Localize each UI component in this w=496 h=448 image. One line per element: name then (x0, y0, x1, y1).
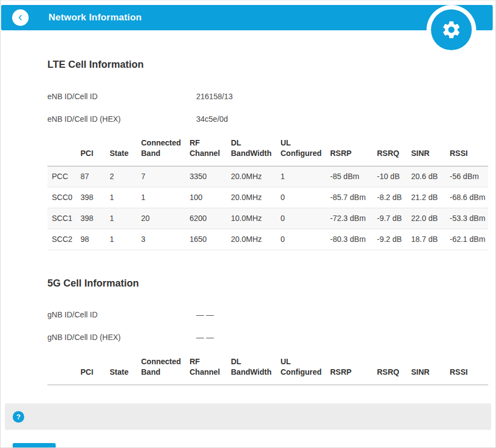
table-cell: PCC (47, 166, 80, 187)
column-header: RSSI (450, 134, 488, 166)
table-cell: 398 (80, 208, 110, 229)
column-header: State (110, 134, 141, 166)
table-cell: -85.7 dBm (330, 187, 377, 208)
column-header: SINR (411, 134, 450, 166)
table-cell: 6200 (190, 208, 231, 229)
main-content: LTE Cell Information eNB ID/Cell ID 2161… (1, 30, 495, 385)
back-button[interactable] (12, 9, 29, 26)
table-cell: -80.3 dBm (330, 229, 377, 250)
table-cell: 98 (80, 229, 110, 250)
table-cell: 0 (281, 229, 330, 250)
gear-icon (441, 19, 462, 40)
column-header: RSRQ (377, 134, 411, 166)
table-cell: 0 (281, 208, 330, 229)
column-header: RSRQ (377, 353, 411, 385)
table-cell: 20.0MHz (231, 166, 281, 187)
table-cell: 1650 (190, 229, 231, 250)
table-header-row: PCIStateConnected BandRF ChannelDL BandW… (47, 134, 488, 166)
lte-section-heading: LTE Cell Information (47, 59, 487, 71)
column-header: DL BandWidth (231, 134, 281, 166)
settings-button-ring (427, 5, 476, 55)
lte-cell-table: PCIStateConnected BandRF ChannelDL BandW… (47, 134, 488, 250)
table-cell: 20.6 dB (411, 166, 450, 187)
table-cell: -85 dBm (330, 166, 377, 187)
column-header: RSSI (450, 353, 488, 385)
column-header: DL BandWidth (231, 353, 281, 385)
table-cell: -10 dB (377, 166, 411, 187)
column-header (47, 134, 80, 166)
table-cell: 398 (80, 187, 110, 208)
column-header: Connected Band (141, 353, 190, 385)
field-row-enb-id: eNB ID/Cell ID 216158/13 (47, 85, 487, 107)
network-information-page: Network Information LTE Cell Information… (0, 0, 496, 448)
table-cell: -8.2 dB (377, 187, 411, 208)
nr-fields: gNB ID/Cell ID — — gNB ID/Cell ID (HEX) … (47, 304, 487, 349)
table-cell: SCC1 (47, 208, 80, 229)
field-value: — — (196, 333, 214, 342)
column-header (47, 353, 80, 385)
table-cell: -72.3 dBm (330, 208, 377, 229)
table-header-row: PCIStateConnected BandRF ChannelDL BandW… (47, 353, 488, 385)
bottom-partial-element (13, 443, 56, 447)
field-row-enb-id-hex: eNB ID/Cell ID (HEX) 34c5e/0d (47, 107, 487, 130)
table-cell: -56 dBm (450, 166, 488, 187)
field-label: eNB ID/Cell ID (47, 92, 196, 101)
table-cell: 1 (110, 229, 141, 250)
column-header: SINR (411, 353, 450, 385)
table-cell: -62.1 dBm (450, 229, 488, 250)
table-cell: 20.0MHz (231, 187, 281, 208)
column-header: RF Channel (190, 353, 231, 385)
table-cell: 20 (141, 208, 190, 229)
nr-section-heading: 5G Cell Information (47, 278, 487, 289)
table-row: SCC03981110020.0MHz0-85.7 dBm-8.2 dB21.2… (47, 187, 488, 208)
table-cell: 87 (80, 166, 110, 187)
chevron-left-icon (16, 13, 25, 22)
field-row-gnb-id: gNB ID/Cell ID — — (47, 304, 487, 326)
table-cell: 22.0 dB (411, 208, 450, 229)
page-title: Network Information (48, 12, 142, 23)
table-cell: 18.7 dB (411, 229, 450, 250)
column-header: State (110, 353, 141, 385)
column-header: UL Configured (281, 353, 330, 385)
table-cell: 20.0MHz (231, 229, 281, 250)
table-row: PCC8727335020.0MHz1-85 dBm-10 dB20.6 dB-… (47, 166, 488, 187)
column-header: PCI (80, 353, 110, 385)
table-cell: 7 (141, 166, 190, 187)
column-header: RSRP (330, 134, 377, 166)
table-cell: 21.2 dB (411, 187, 450, 208)
table-cell: 0 (281, 187, 330, 208)
column-header: PCI (80, 134, 110, 166)
column-header: RF Channel (190, 134, 231, 166)
field-label: gNB ID/Cell ID (47, 310, 196, 319)
table-cell: -9.7 dB (377, 208, 411, 229)
help-button[interactable]: ? (13, 411, 24, 423)
column-header: UL Configured (281, 134, 330, 166)
field-value: 34c5e/0d (196, 115, 228, 123)
table-cell: 1 (110, 187, 141, 208)
table-cell: -9.2 dB (377, 229, 411, 250)
table-cell: 2 (110, 166, 141, 187)
table-row: SCC1398120620010.0MHz0-72.3 dBm-9.7 dB22… (47, 208, 488, 229)
field-label: gNB ID/Cell ID (HEX) (47, 333, 196, 342)
table-cell: 1 (281, 166, 330, 187)
header-bar: Network Information (1, 5, 493, 30)
table-cell: 100 (190, 187, 231, 208)
table-cell: 3 (141, 229, 190, 250)
table-row: SCC29813165020.0MHz0-80.3 dBm-9.2 dB18.7… (47, 229, 488, 250)
table-cell: 3350 (190, 166, 231, 187)
nr-cell-table: PCIStateConnected BandRF ChannelDL BandW… (47, 353, 488, 385)
table-cell: -68.6 dBm (450, 187, 488, 208)
column-header: RSRP (330, 353, 377, 385)
column-header: Connected Band (141, 134, 190, 166)
table-cell: 10.0MHz (231, 208, 281, 229)
table-cell: -53.3 dBm (450, 208, 488, 229)
field-label: eNB ID/Cell ID (HEX) (47, 115, 196, 123)
table-cell: 1 (110, 208, 141, 229)
table-cell: SCC2 (47, 229, 80, 250)
lte-fields: eNB ID/Cell ID 216158/13 eNB ID/Cell ID … (47, 85, 487, 130)
table-cell: SCC0 (47, 187, 80, 208)
field-row-gnb-id-hex: gNB ID/Cell ID (HEX) — — (47, 326, 487, 349)
help-bar: ? (5, 403, 491, 430)
table-cell: 1 (141, 187, 190, 208)
settings-button[interactable] (431, 9, 472, 50)
